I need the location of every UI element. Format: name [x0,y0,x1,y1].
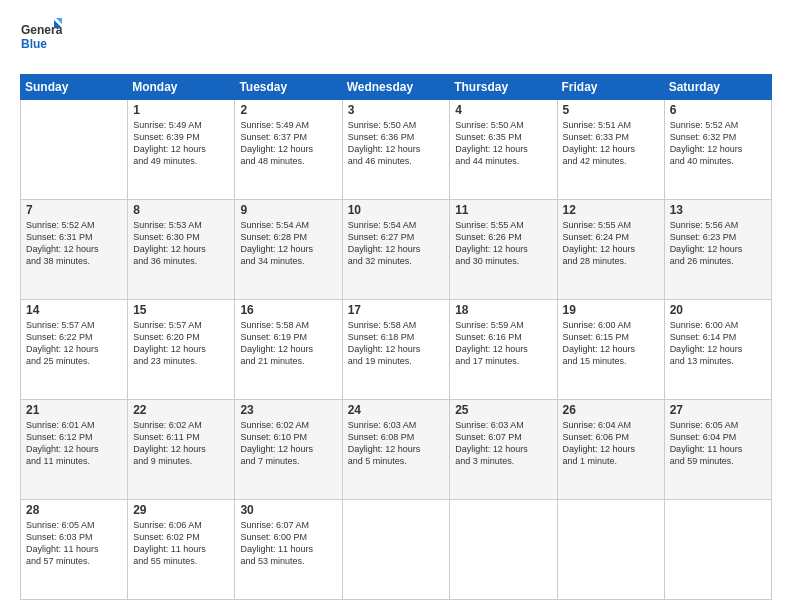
day-cell: 9Sunrise: 5:54 AM Sunset: 6:28 PM Daylig… [235,200,342,300]
logo: General Blue [20,18,62,64]
day-info: Sunrise: 5:54 AM Sunset: 6:27 PM Dayligh… [348,219,445,268]
day-info: Sunrise: 5:55 AM Sunset: 6:26 PM Dayligh… [455,219,551,268]
day-info: Sunrise: 5:58 AM Sunset: 6:19 PM Dayligh… [240,319,336,368]
day-info: Sunrise: 5:57 AM Sunset: 6:20 PM Dayligh… [133,319,229,368]
day-number: 26 [563,403,659,417]
svg-text:Blue: Blue [21,37,47,51]
day-info: Sunrise: 5:57 AM Sunset: 6:22 PM Dayligh… [26,319,122,368]
day-info: Sunrise: 5:51 AM Sunset: 6:33 PM Dayligh… [563,119,659,168]
day-cell: 29Sunrise: 6:06 AM Sunset: 6:02 PM Dayli… [128,500,235,600]
day-cell: 20Sunrise: 6:00 AM Sunset: 6:14 PM Dayli… [664,300,771,400]
day-info: Sunrise: 6:00 AM Sunset: 6:15 PM Dayligh… [563,319,659,368]
day-cell: 23Sunrise: 6:02 AM Sunset: 6:10 PM Dayli… [235,400,342,500]
day-cell: 7Sunrise: 5:52 AM Sunset: 6:31 PM Daylig… [21,200,128,300]
day-info: Sunrise: 5:58 AM Sunset: 6:18 PM Dayligh… [348,319,445,368]
day-number: 11 [455,203,551,217]
weekday-header-sunday: Sunday [21,75,128,100]
day-info: Sunrise: 6:02 AM Sunset: 6:11 PM Dayligh… [133,419,229,468]
day-info: Sunrise: 6:03 AM Sunset: 6:08 PM Dayligh… [348,419,445,468]
day-number: 23 [240,403,336,417]
day-number: 2 [240,103,336,117]
weekday-header-thursday: Thursday [450,75,557,100]
weekday-header-wednesday: Wednesday [342,75,450,100]
day-info: Sunrise: 5:49 AM Sunset: 6:39 PM Dayligh… [133,119,229,168]
day-info: Sunrise: 5:53 AM Sunset: 6:30 PM Dayligh… [133,219,229,268]
day-number: 18 [455,303,551,317]
day-number: 30 [240,503,336,517]
day-number: 21 [26,403,122,417]
day-cell: 2Sunrise: 5:49 AM Sunset: 6:37 PM Daylig… [235,100,342,200]
day-cell: 5Sunrise: 5:51 AM Sunset: 6:33 PM Daylig… [557,100,664,200]
day-info: Sunrise: 5:50 AM Sunset: 6:36 PM Dayligh… [348,119,445,168]
day-cell [450,500,557,600]
day-cell: 11Sunrise: 5:55 AM Sunset: 6:26 PM Dayli… [450,200,557,300]
day-number: 12 [563,203,659,217]
day-cell: 30Sunrise: 6:07 AM Sunset: 6:00 PM Dayli… [235,500,342,600]
day-info: Sunrise: 5:52 AM Sunset: 6:31 PM Dayligh… [26,219,122,268]
day-info: Sunrise: 6:06 AM Sunset: 6:02 PM Dayligh… [133,519,229,568]
day-cell: 15Sunrise: 5:57 AM Sunset: 6:20 PM Dayli… [128,300,235,400]
weekday-header-saturday: Saturday [664,75,771,100]
day-number: 19 [563,303,659,317]
day-cell [21,100,128,200]
day-info: Sunrise: 6:04 AM Sunset: 6:06 PM Dayligh… [563,419,659,468]
logo-graphic: General Blue [20,18,62,60]
day-number: 4 [455,103,551,117]
day-cell: 19Sunrise: 6:00 AM Sunset: 6:15 PM Dayli… [557,300,664,400]
calendar-table: SundayMondayTuesdayWednesdayThursdayFrid… [20,74,772,600]
day-number: 22 [133,403,229,417]
day-cell [664,500,771,600]
day-number: 1 [133,103,229,117]
day-cell: 3Sunrise: 5:50 AM Sunset: 6:36 PM Daylig… [342,100,450,200]
day-cell: 28Sunrise: 6:05 AM Sunset: 6:03 PM Dayli… [21,500,128,600]
day-cell: 25Sunrise: 6:03 AM Sunset: 6:07 PM Dayli… [450,400,557,500]
day-number: 25 [455,403,551,417]
day-info: Sunrise: 5:56 AM Sunset: 6:23 PM Dayligh… [670,219,766,268]
day-cell: 17Sunrise: 5:58 AM Sunset: 6:18 PM Dayli… [342,300,450,400]
day-cell: 21Sunrise: 6:01 AM Sunset: 6:12 PM Dayli… [21,400,128,500]
day-info: Sunrise: 6:01 AM Sunset: 6:12 PM Dayligh… [26,419,122,468]
day-info: Sunrise: 5:49 AM Sunset: 6:37 PM Dayligh… [240,119,336,168]
day-cell: 16Sunrise: 5:58 AM Sunset: 6:19 PM Dayli… [235,300,342,400]
day-info: Sunrise: 5:59 AM Sunset: 6:16 PM Dayligh… [455,319,551,368]
day-cell: 12Sunrise: 5:55 AM Sunset: 6:24 PM Dayli… [557,200,664,300]
day-number: 3 [348,103,445,117]
day-number: 7 [26,203,122,217]
day-info: Sunrise: 6:02 AM Sunset: 6:10 PM Dayligh… [240,419,336,468]
day-number: 10 [348,203,445,217]
day-info: Sunrise: 6:05 AM Sunset: 6:03 PM Dayligh… [26,519,122,568]
week-row-2: 7Sunrise: 5:52 AM Sunset: 6:31 PM Daylig… [21,200,772,300]
day-number: 5 [563,103,659,117]
day-number: 14 [26,303,122,317]
day-number: 27 [670,403,766,417]
day-info: Sunrise: 6:07 AM Sunset: 6:00 PM Dayligh… [240,519,336,568]
day-cell [342,500,450,600]
day-number: 24 [348,403,445,417]
day-number: 29 [133,503,229,517]
day-cell: 18Sunrise: 5:59 AM Sunset: 6:16 PM Dayli… [450,300,557,400]
weekday-header-monday: Monday [128,75,235,100]
day-info: Sunrise: 5:50 AM Sunset: 6:35 PM Dayligh… [455,119,551,168]
day-cell: 22Sunrise: 6:02 AM Sunset: 6:11 PM Dayli… [128,400,235,500]
day-cell: 10Sunrise: 5:54 AM Sunset: 6:27 PM Dayli… [342,200,450,300]
day-cell: 13Sunrise: 5:56 AM Sunset: 6:23 PM Dayli… [664,200,771,300]
day-cell [557,500,664,600]
day-cell: 26Sunrise: 6:04 AM Sunset: 6:06 PM Dayli… [557,400,664,500]
weekday-header-row: SundayMondayTuesdayWednesdayThursdayFrid… [21,75,772,100]
header: General Blue [20,18,772,64]
week-row-5: 28Sunrise: 6:05 AM Sunset: 6:03 PM Dayli… [21,500,772,600]
day-number: 16 [240,303,336,317]
day-cell: 1Sunrise: 5:49 AM Sunset: 6:39 PM Daylig… [128,100,235,200]
day-number: 9 [240,203,336,217]
day-number: 20 [670,303,766,317]
week-row-1: 1Sunrise: 5:49 AM Sunset: 6:39 PM Daylig… [21,100,772,200]
day-cell: 24Sunrise: 6:03 AM Sunset: 6:08 PM Dayli… [342,400,450,500]
day-info: Sunrise: 5:55 AM Sunset: 6:24 PM Dayligh… [563,219,659,268]
day-number: 17 [348,303,445,317]
day-cell: 27Sunrise: 6:05 AM Sunset: 6:04 PM Dayli… [664,400,771,500]
day-info: Sunrise: 6:00 AM Sunset: 6:14 PM Dayligh… [670,319,766,368]
weekday-header-friday: Friday [557,75,664,100]
day-cell: 14Sunrise: 5:57 AM Sunset: 6:22 PM Dayli… [21,300,128,400]
day-info: Sunrise: 6:03 AM Sunset: 6:07 PM Dayligh… [455,419,551,468]
day-number: 28 [26,503,122,517]
